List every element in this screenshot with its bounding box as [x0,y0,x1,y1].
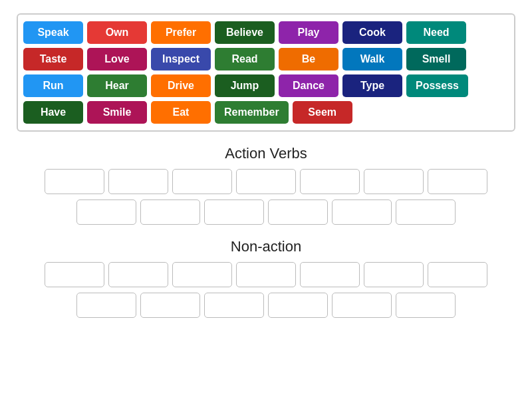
drop-box[interactable] [332,200,392,225]
drop-box[interactable] [268,293,328,318]
word-chip-smell[interactable]: Smell [406,48,466,70]
word-chip-jump[interactable]: Jump [215,74,275,97]
action-verbs-row2 [17,200,515,225]
word-chip-remember[interactable]: Remember [215,101,289,124]
word-chip-love[interactable]: Love [87,48,147,70]
word-chip-hear[interactable]: Hear [87,74,147,97]
action-verbs-row1 [17,169,515,194]
drop-box[interactable] [76,293,136,318]
word-chip-cook[interactable]: Cook [342,21,402,44]
action-verbs-drop-area [17,169,515,225]
word-chip-need[interactable]: Need [406,21,466,44]
drop-box[interactable] [236,262,296,287]
drop-box[interactable] [204,200,264,225]
drop-box[interactable] [204,293,264,318]
drop-box[interactable] [428,169,487,194]
drop-box[interactable] [268,200,328,225]
drop-box[interactable] [140,293,200,318]
word-chip-have[interactable]: Have [23,101,83,124]
drop-box[interactable] [332,293,392,318]
non-action-drop-area [17,262,515,318]
word-chip-possess[interactable]: Possess [406,74,468,97]
drop-box[interactable] [45,169,104,194]
word-chip-read[interactable]: Read [215,48,275,70]
drop-box[interactable] [396,293,456,318]
drop-box[interactable] [172,262,232,287]
drop-box[interactable] [236,169,296,194]
word-chip-seem[interactable]: Seem [293,101,352,124]
drop-box[interactable] [172,169,232,194]
drop-box[interactable] [45,262,104,287]
drop-box[interactable] [364,169,424,194]
action-verbs-title: Action Verbs [17,145,515,162]
word-bank: SpeakOwnPreferBelievePlayCookNeedTasteLo… [17,13,515,132]
drop-box[interactable] [300,169,360,194]
drop-box[interactable] [108,169,168,194]
drop-box[interactable] [396,200,456,225]
word-chip-smile[interactable]: Smile [87,101,147,124]
drop-box[interactable] [300,262,360,287]
drop-box[interactable] [428,262,487,287]
non-action-row1 [17,262,515,287]
page-wrapper: SpeakOwnPreferBelievePlayCookNeedTasteLo… [0,0,532,344]
non-action-section: Non-action [17,238,515,318]
word-chip-dance[interactable]: Dance [279,74,338,97]
drop-box[interactable] [76,200,136,225]
word-chip-type[interactable]: Type [342,74,402,97]
word-chip-be[interactable]: Be [279,48,338,70]
word-chip-speak[interactable]: Speak [23,21,83,44]
word-chip-inspect[interactable]: Inspect [151,48,211,70]
drop-box[interactable] [364,262,424,287]
word-chip-eat[interactable]: Eat [151,101,211,124]
word-chip-taste[interactable]: Taste [23,48,83,70]
word-chip-prefer[interactable]: Prefer [151,21,211,44]
word-chip-drive[interactable]: Drive [151,74,211,97]
word-chip-play[interactable]: Play [279,21,338,44]
non-action-row2 [17,293,515,318]
word-chip-own[interactable]: Own [87,21,147,44]
word-chip-run[interactable]: Run [23,74,83,97]
word-chip-believe[interactable]: Believe [215,21,275,44]
word-chip-walk[interactable]: Walk [342,48,402,70]
drop-box[interactable] [108,262,168,287]
action-verbs-section: Action Verbs [17,145,515,225]
non-action-title: Non-action [17,238,515,255]
drop-box[interactable] [140,200,200,225]
